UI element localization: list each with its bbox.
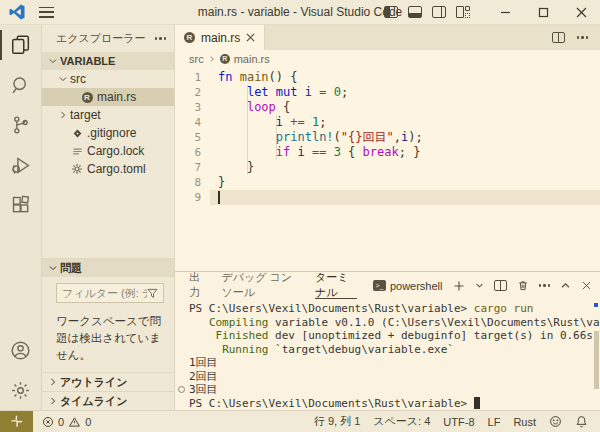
tree-item-cargo-lock[interactable]: Cargo.lock — [42, 142, 174, 160]
problems-panel: フィルター (例: テキ... ワークスペースで問題は検出されていません。 — [42, 277, 174, 372]
token: if — [276, 145, 290, 159]
search-icon[interactable] — [0, 65, 42, 105]
split-editor-icon[interactable] — [552, 32, 565, 43]
filter-funnel-icon — [147, 288, 158, 299]
token: += — [290, 115, 304, 129]
token: "{}回目" — [341, 130, 394, 144]
panel-tab-bar: 出力デバッグ コンソールターミナル >_ powershell — [175, 272, 600, 299]
panel-tab-2[interactable]: ターミナル — [315, 272, 357, 299]
toggle-panel-icon[interactable] — [408, 6, 422, 18]
source-control-icon[interactable] — [0, 105, 42, 145]
tree-item-variable[interactable]: VARIABLE — [42, 52, 174, 70]
tree-item-label: VARIABLE — [60, 55, 115, 67]
editor-cursor — [218, 191, 220, 204]
account-icon[interactable] — [0, 330, 42, 370]
token: loop — [247, 100, 276, 114]
line-number: 9 — [175, 191, 210, 204]
problems-section-header[interactable]: 問題 — [42, 258, 174, 277]
rust-file-icon-wrap: R — [80, 92, 94, 103]
token — [218, 85, 247, 99]
run-and-debug-icon[interactable] — [0, 145, 42, 185]
terminal-line: 2回目 — [189, 370, 592, 384]
menu-icon[interactable] — [39, 7, 54, 18]
cursor-position[interactable]: 行 9, 列 1 — [314, 414, 360, 429]
toggle-sidebar-icon[interactable] — [384, 6, 398, 18]
maximize-button[interactable] — [524, 0, 562, 25]
command-decoration-icon[interactable] — [178, 386, 185, 393]
token: ; — [341, 85, 348, 99]
code-editor[interactable]: 1fn main() {2 let mut i = 0;3 loop {4 i … — [175, 68, 600, 271]
toggle-secondary-sidebar-icon[interactable] — [432, 6, 446, 18]
rust-file-icon: R — [82, 92, 93, 103]
terminal-decoration-dot — [594, 303, 598, 307]
token: == — [312, 145, 326, 159]
feedback-icon[interactable] — [549, 415, 562, 428]
eol-sequence[interactable]: LF — [488, 416, 501, 428]
code-line-9: 9 — [175, 190, 600, 205]
editor-more-actions-icon[interactable] — [577, 36, 589, 39]
token: ); — [408, 130, 422, 144]
error-count: 0 — [58, 416, 64, 428]
tree-item--gitignore[interactable]: .gitignore — [42, 124, 174, 142]
editor-tab-bar: R main.rs — [175, 25, 600, 50]
code-text: } — [210, 175, 600, 190]
tree-item-target[interactable]: target — [42, 106, 174, 124]
extensions-icon[interactable] — [0, 185, 42, 225]
breadcrumb-file[interactable]: main.rs — [234, 53, 270, 65]
close-panel-icon[interactable] — [581, 280, 592, 291]
token: () { — [269, 70, 298, 84]
breadcrumb[interactable]: src R main.rs — [175, 50, 600, 68]
problems-status[interactable]: 0 0 — [42, 416, 91, 428]
notifications-bell-icon[interactable] — [575, 415, 588, 428]
tab-close-icon[interactable] — [246, 33, 255, 42]
tree-item-src[interactable]: src — [42, 70, 174, 88]
code-line-3: 3 loop { — [175, 100, 600, 115]
customize-layout-icon[interactable] — [456, 6, 470, 18]
token: ; — [319, 115, 326, 129]
launch-profile-chevron-icon[interactable] — [475, 281, 484, 290]
token: ; } — [399, 145, 421, 159]
panel-tab-1[interactable]: デバッグ コンソール — [221, 272, 299, 299]
terminal-text: PS C:\Users\Vexil\Documents\Rust\variabl… — [189, 302, 474, 315]
maximize-panel-icon[interactable] — [560, 280, 571, 291]
remote-indicator[interactable] — [0, 411, 33, 432]
terminal-line: Running `target\debug\variable.exe` — [189, 343, 592, 357]
token — [305, 115, 312, 129]
explorer-more-actions-icon[interactable] — [155, 37, 167, 40]
new-terminal-icon[interactable] — [453, 280, 465, 292]
split-terminal-icon[interactable] — [494, 280, 507, 291]
language-mode[interactable]: Rust — [513, 416, 536, 428]
minimize-button[interactable] — [486, 0, 524, 25]
problems-filter-input[interactable]: フィルター (例: テキ... — [56, 283, 164, 303]
outline-section-header[interactable]: アウトライン — [42, 372, 174, 391]
panel-more-actions-icon[interactable] — [539, 284, 551, 287]
terminal[interactable]: PS C:\Users\Vexil\Documents\Rust\variabl… — [175, 299, 600, 410]
close-window-button[interactable] — [562, 0, 600, 25]
terminal-text: dev [unoptimized + debuginfo] target(s) … — [268, 329, 593, 342]
tab-main-rs[interactable]: R main.rs — [175, 25, 265, 50]
tree-item-cargo-toml[interactable]: Cargo.toml — [42, 160, 174, 178]
encoding[interactable]: UTF-8 — [443, 416, 474, 428]
token: , — [394, 130, 401, 144]
terminal-text: 3回目 — [189, 383, 218, 396]
explorer-icon[interactable] — [0, 25, 42, 65]
breadcrumb-src[interactable]: src — [189, 53, 204, 65]
chevron-right-icon — [56, 110, 70, 120]
panel-tab-0[interactable]: 出力 — [189, 272, 205, 299]
tree-item-main-rs[interactable]: Rmain.rs — [42, 88, 174, 106]
tab-label: main.rs — [201, 31, 240, 45]
settings-gear-icon[interactable] — [0, 370, 42, 410]
terminal-text: variable v0.1.0 (C:\Users\Vexil\Document… — [268, 316, 600, 329]
indentation[interactable]: スペース: 4 — [373, 414, 430, 429]
filter-placeholder: フィルター (例: テキ... — [62, 286, 147, 301]
terminal-profile-chip[interactable]: >_ powershell — [373, 280, 443, 292]
terminal-line: PS C:\Users\Vexil\Documents\Rust\variabl… — [189, 302, 592, 316]
code-line-7: 7 } — [175, 160, 600, 175]
timeline-section-header[interactable]: タイムライン — [42, 391, 174, 410]
terminal-text: PS C:\Users\Vexil\Documents\Rust\variabl… — [189, 397, 474, 410]
warnings-icon — [68, 416, 81, 428]
kill-terminal-icon[interactable] — [517, 279, 529, 292]
toml-file-icon-wrap — [70, 163, 84, 175]
line-number: 5 — [175, 131, 210, 144]
terminal-scrollbar[interactable] — [594, 331, 599, 389]
